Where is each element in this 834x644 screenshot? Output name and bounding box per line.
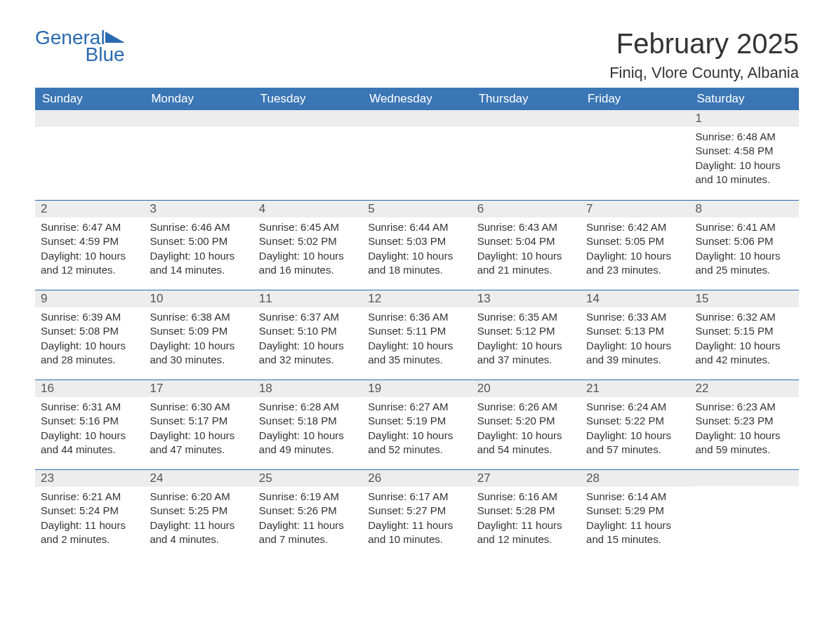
day-details: Sunrise: 6:36 AMSunset: 5:11 PMDaylight:… — [362, 307, 471, 373]
calendar-cell: 12Sunrise: 6:36 AMSunset: 5:11 PMDayligh… — [362, 290, 471, 380]
day-detail-line: Sunset: 4:59 PM — [41, 234, 138, 248]
day-number: 17 — [144, 380, 253, 397]
day-detail-line: Daylight: 10 hours and 25 minutes. — [696, 249, 793, 278]
day-details: Sunrise: 6:32 AMSunset: 5:15 PMDaylight:… — [690, 307, 799, 373]
day-number — [690, 469, 799, 486]
day-detail-line: Daylight: 10 hours and 42 minutes. — [696, 339, 793, 368]
day-header: Saturday — [690, 88, 799, 110]
day-number: 20 — [472, 380, 581, 397]
day-detail-line: Sunrise: 6:21 AM — [41, 490, 138, 504]
calendar-cell: 24Sunrise: 6:20 AMSunset: 5:25 PMDayligh… — [144, 469, 253, 559]
day-header: Wednesday — [362, 88, 471, 110]
day-number: 6 — [472, 200, 581, 217]
title-block: February 2025 Finiq, Vlore County, Alban… — [609, 28, 799, 82]
day-detail-line: Sunrise: 6:43 AM — [477, 220, 575, 234]
day-detail-line: Sunset: 5:17 PM — [150, 414, 247, 428]
day-detail-line: Sunrise: 6:27 AM — [368, 400, 465, 414]
calendar-week: 1Sunrise: 6:48 AMSunset: 4:58 PMDaylight… — [35, 110, 799, 200]
day-detail-line: Sunset: 5:22 PM — [586, 414, 684, 428]
day-number: 12 — [362, 290, 471, 307]
day-number — [472, 110, 581, 127]
calendar-cell — [253, 110, 362, 200]
day-detail-line: Sunset: 5:29 PM — [586, 504, 684, 518]
day-number: 1 — [690, 110, 799, 127]
calendar-cell: 18Sunrise: 6:28 AMSunset: 5:18 PMDayligh… — [253, 380, 362, 469]
day-detail-line: Sunset: 4:58 PM — [696, 144, 793, 158]
day-details: Sunrise: 6:46 AMSunset: 5:00 PMDaylight:… — [144, 217, 253, 283]
day-detail-line: Daylight: 11 hours and 10 minutes. — [368, 518, 465, 547]
day-number: 18 — [253, 380, 362, 397]
day-detail-line: Sunrise: 6:23 AM — [696, 400, 793, 414]
calendar-table: SundayMondayTuesdayWednesdayThursdayFrid… — [35, 88, 799, 559]
day-detail-line: Daylight: 10 hours and 49 minutes. — [259, 429, 357, 457]
calendar-cell: 23Sunrise: 6:21 AMSunset: 5:24 PMDayligh… — [35, 469, 144, 559]
day-detail-line: Sunrise: 6:14 AM — [586, 490, 684, 504]
day-number: 3 — [144, 200, 253, 217]
day-detail-line: Daylight: 11 hours and 12 minutes. — [477, 518, 575, 547]
day-detail-line: Sunset: 5:12 PM — [477, 324, 575, 338]
day-detail-line: Sunrise: 6:24 AM — [586, 400, 684, 414]
day-detail-line: Sunrise: 6:48 AM — [696, 130, 793, 144]
day-detail-line: Sunrise: 6:26 AM — [477, 400, 575, 414]
day-detail-line: Sunset: 5:23 PM — [696, 414, 793, 428]
day-details: Sunrise: 6:47 AMSunset: 4:59 PMDaylight:… — [35, 217, 144, 283]
calendar-cell: 27Sunrise: 6:16 AMSunset: 5:28 PMDayligh… — [472, 469, 581, 559]
day-header: Thursday — [472, 88, 581, 110]
calendar-cell: 21Sunrise: 6:24 AMSunset: 5:22 PMDayligh… — [581, 380, 689, 469]
calendar-cell: 22Sunrise: 6:23 AMSunset: 5:23 PMDayligh… — [690, 380, 799, 469]
calendar-cell: 26Sunrise: 6:17 AMSunset: 5:27 PMDayligh… — [362, 469, 471, 559]
calendar-cell — [690, 469, 799, 559]
calendar-cell — [362, 110, 471, 200]
logo: General Blue — [35, 28, 125, 65]
day-number: 9 — [35, 290, 144, 307]
day-detail-line: Sunrise: 6:44 AM — [368, 220, 465, 234]
day-number — [362, 110, 471, 127]
day-details: Sunrise: 6:27 AMSunset: 5:19 PMDaylight:… — [362, 397, 471, 462]
day-detail-line: Daylight: 10 hours and 54 minutes. — [477, 429, 575, 457]
day-number: 28 — [581, 469, 689, 487]
day-detail-line: Sunset: 5:09 PM — [150, 324, 247, 338]
calendar-cell: 25Sunrise: 6:19 AMSunset: 5:26 PMDayligh… — [253, 469, 362, 559]
day-detail-line: Sunset: 5:08 PM — [41, 324, 138, 338]
day-number: 11 — [253, 290, 362, 307]
day-details: Sunrise: 6:20 AMSunset: 5:25 PMDaylight:… — [144, 487, 253, 552]
day-detail-line: Sunset: 5:27 PM — [368, 504, 465, 518]
day-detail-line: Sunrise: 6:33 AM — [586, 310, 684, 324]
day-detail-line: Sunrise: 6:17 AM — [368, 490, 465, 504]
calendar-cell: 1Sunrise: 6:48 AMSunset: 4:58 PMDaylight… — [690, 110, 799, 200]
calendar-cell: 5Sunrise: 6:44 AMSunset: 5:03 PMDaylight… — [362, 200, 471, 290]
day-detail-line: Sunrise: 6:46 AM — [150, 220, 247, 234]
calendar-week: 2Sunrise: 6:47 AMSunset: 4:59 PMDaylight… — [35, 200, 799, 290]
day-number — [35, 110, 144, 127]
day-header: Monday — [144, 88, 253, 110]
day-detail-line: Sunrise: 6:35 AM — [477, 310, 575, 324]
day-detail-line: Sunset: 5:00 PM — [150, 234, 247, 248]
day-details: Sunrise: 6:31 AMSunset: 5:16 PMDaylight:… — [35, 397, 144, 462]
day-details: Sunrise: 6:21 AMSunset: 5:24 PMDaylight:… — [35, 487, 144, 552]
day-detail-line: Daylight: 10 hours and 35 minutes. — [368, 339, 465, 368]
day-details: Sunrise: 6:26 AMSunset: 5:20 PMDaylight:… — [472, 397, 581, 462]
calendar-cell: 2Sunrise: 6:47 AMSunset: 4:59 PMDaylight… — [35, 200, 144, 290]
day-detail-line: Daylight: 11 hours and 2 minutes. — [41, 518, 138, 547]
calendar-cell: 7Sunrise: 6:42 AMSunset: 5:05 PMDaylight… — [581, 200, 689, 290]
day-number: 14 — [581, 290, 689, 307]
day-detail-line: Sunset: 5:26 PM — [259, 504, 357, 518]
day-number: 10 — [144, 290, 253, 307]
calendar-cell — [35, 110, 144, 200]
day-number: 21 — [581, 380, 689, 397]
calendar-cell: 10Sunrise: 6:38 AMSunset: 5:09 PMDayligh… — [144, 290, 253, 380]
day-detail-line: Sunset: 5:03 PM — [368, 234, 465, 248]
calendar-cell: 19Sunrise: 6:27 AMSunset: 5:19 PMDayligh… — [362, 380, 471, 469]
day-details: Sunrise: 6:35 AMSunset: 5:12 PMDaylight:… — [472, 307, 581, 373]
day-detail-line: Sunset: 5:25 PM — [150, 504, 247, 518]
calendar-header-row: SundayMondayTuesdayWednesdayThursdayFrid… — [35, 88, 799, 110]
day-details: Sunrise: 6:24 AMSunset: 5:22 PMDaylight:… — [581, 397, 689, 462]
calendar-week: 9Sunrise: 6:39 AMSunset: 5:08 PMDaylight… — [35, 290, 799, 380]
day-details: Sunrise: 6:42 AMSunset: 5:05 PMDaylight:… — [581, 217, 689, 283]
calendar-cell — [581, 110, 689, 200]
calendar-cell: 20Sunrise: 6:26 AMSunset: 5:20 PMDayligh… — [472, 380, 581, 469]
day-detail-line: Sunset: 5:02 PM — [259, 234, 357, 248]
day-number — [144, 110, 253, 127]
day-number: 23 — [35, 469, 144, 487]
day-details: Sunrise: 6:41 AMSunset: 5:06 PMDaylight:… — [690, 217, 799, 283]
